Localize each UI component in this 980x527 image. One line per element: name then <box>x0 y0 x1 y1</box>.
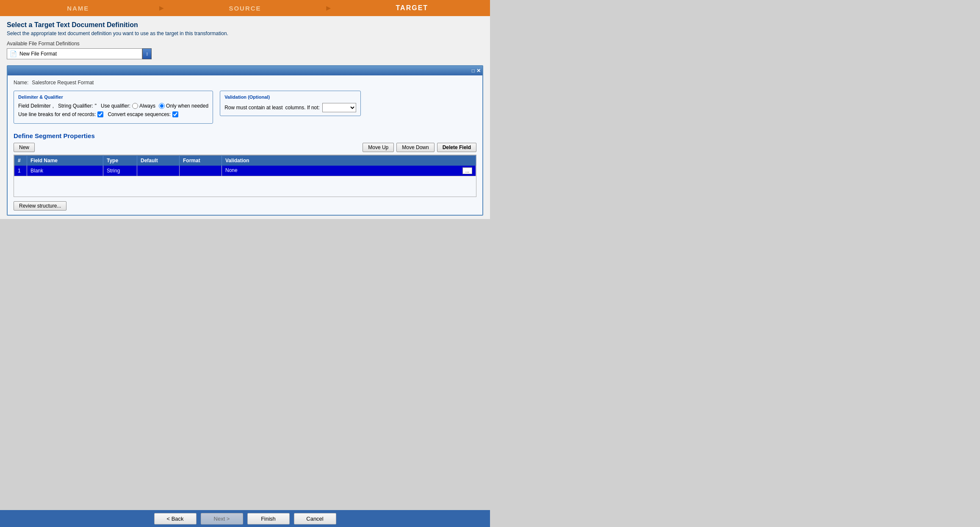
escape-sequences-label: Convert escape sequences: <box>108 111 171 117</box>
segment-properties-title: Define Segment Properties <box>14 132 476 139</box>
line-breaks-item: Use line breaks for end of records: <box>18 111 103 117</box>
escape-sequences-checkbox[interactable] <box>172 111 178 117</box>
col-type: Type <box>103 155 137 166</box>
field-table-head: # Field Name Type Default Format Validat… <box>14 155 476 166</box>
escape-sequences-item: Convert escape sequences: <box>108 111 178 117</box>
name-row: Name: Salesforce Request Format <box>14 80 476 86</box>
file-format-value: New File Format <box>19 51 57 57</box>
qualifier-radio-group: Always Only when needed <box>132 103 208 109</box>
use-qualifier-label: Use qualifier: <box>101 103 130 109</box>
validation-row: Row must contain at least columns. If no… <box>224 103 356 112</box>
use-qualifier-item: Use qualifier: Always Only when needed <box>101 103 208 109</box>
col-validation: Validation <box>222 155 476 166</box>
field-table-body: 1 String None... <box>14 166 476 176</box>
wizard-header: NAME ► SOURCE ► TARGET <box>0 0 490 16</box>
col-num: # <box>14 155 27 166</box>
line-breaks-checkbox[interactable] <box>97 111 103 117</box>
wizard-arrow-2: ► <box>323 4 334 13</box>
cell-format <box>180 166 222 176</box>
file-format-dropdown-btn[interactable]: ↕ <box>142 48 152 59</box>
field-table-wrap: # Field Name Type Default Format Validat… <box>14 155 476 197</box>
dq-row-1: Field Delimiter , String Qualifier: " Us… <box>18 103 208 109</box>
field-table: # Field Name Type Default Format Validat… <box>14 155 476 176</box>
review-structure-button[interactable]: Review structure... <box>14 201 66 211</box>
move-up-button[interactable]: Move Up <box>363 143 394 152</box>
page-title: Select a Target Text Document Definition <box>7 21 483 29</box>
file-format-label: Available File Format Definitions <box>7 41 483 47</box>
delete-field-button[interactable]: Delete Field <box>437 143 476 152</box>
boxes-row: Delimiter & Qualifier Field Delimiter , … <box>14 91 476 128</box>
field-delimiter-value: , <box>53 103 54 109</box>
line-breaks-label: Use line breaks for end of records: <box>18 111 96 117</box>
file-format-select[interactable]: 📄 New File Format <box>7 48 142 59</box>
string-qualifier-value: " <box>95 103 97 109</box>
validation-select[interactable] <box>322 103 356 112</box>
table-row[interactable]: 1 String None... <box>14 166 476 176</box>
review-btn-row: Review structure... <box>14 201 476 211</box>
col-field-name: Field Name <box>27 155 103 166</box>
wizard-step-source: SOURCE <box>167 0 323 16</box>
inner-panel-body: Name: Salesforce Request Format Delimite… <box>8 75 482 215</box>
validation-row-label: Row must contain at least <box>224 105 282 111</box>
delimiter-qualifier-box: Delimiter & Qualifier Field Delimiter , … <box>14 91 213 124</box>
field-table-header-row: # Field Name Type Default Format Validat… <box>14 155 476 166</box>
inner-panel-titlebar: □ ✕ <box>8 66 482 75</box>
name-label: Name: <box>14 80 28 86</box>
main-content: Select a Target Text Document Definition… <box>0 16 490 219</box>
qualifier-only-label: Only when needed <box>166 103 208 109</box>
ellipsis-button[interactable]: ... <box>462 167 472 174</box>
move-down-button[interactable]: Move Down <box>396 143 434 152</box>
cell-default <box>137 166 180 176</box>
validation-columns-label: columns. If not: <box>285 105 320 111</box>
wizard-arrow-1: ► <box>156 4 167 13</box>
validation-box: Validation (Optional) Row must contain a… <box>220 91 361 116</box>
wizard-step-target: TARGET <box>334 0 490 16</box>
qualifier-only-radio[interactable] <box>159 103 165 109</box>
cell-validation: None... <box>222 166 476 176</box>
close-icon[interactable]: ✕ <box>476 68 481 74</box>
field-name-input[interactable] <box>30 168 100 174</box>
col-default: Default <box>137 155 180 166</box>
file-icon: 📄 <box>10 50 17 57</box>
qualifier-always-label: Always <box>139 103 155 109</box>
dq-title: Delimiter & Qualifier <box>18 94 208 100</box>
name-value: Salesforce Request Format <box>32 80 94 86</box>
qualifier-always-radio[interactable] <box>132 103 138 109</box>
page-subtitle: Select the appropriate text document def… <box>7 31 483 36</box>
field-delimiter-label: Field Delimiter <box>18 103 51 109</box>
validation-title: Validation (Optional) <box>224 94 356 100</box>
cell-field-name[interactable] <box>27 166 103 176</box>
string-qualifier-item: String Qualifier: " <box>58 103 97 109</box>
col-format: Format <box>180 155 222 166</box>
string-qualifier-label: String Qualifier: <box>58 103 93 109</box>
dq-row-2: Use line breaks for end of records: Conv… <box>18 111 208 117</box>
new-button[interactable]: New <box>14 143 35 152</box>
cell-type: String <box>103 166 137 176</box>
restore-icon[interactable]: □ <box>472 68 475 74</box>
file-format-select-wrap: 📄 New File Format ↕ <box>7 48 483 59</box>
field-delimiter-item: Field Delimiter , <box>18 103 54 109</box>
qualifier-always-option[interactable]: Always <box>132 103 155 109</box>
qualifier-only-when-needed-option[interactable]: Only when needed <box>159 103 208 109</box>
wizard-step-name: NAME <box>0 0 156 16</box>
segment-toolbar: New Move Up Move Down Delete Field <box>14 143 476 152</box>
cell-num: 1 <box>14 166 27 176</box>
inner-panel: □ ✕ Name: Salesforce Request Format Deli… <box>7 65 483 216</box>
